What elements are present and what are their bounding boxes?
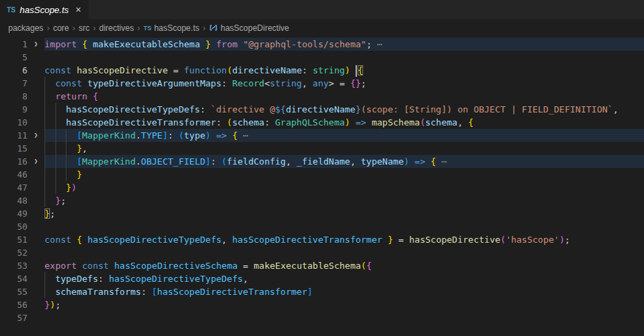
code-line[interactable]: 55schemaTransforms: [hasScopeDirectiveTr… [0,285,644,298]
breadcrumb-item-symbol[interactable]: hasScopeDirective [221,23,289,33]
code-content: const hasScopeDirective = function(direc… [45,64,644,77]
token: > = [329,78,350,88]
gutter-spacer [27,103,45,116]
token: ; [367,39,377,49]
token: ) [50,300,55,310]
code-line[interactable]: 10hasScopeDirectiveTransformer: (schema:… [0,116,644,129]
token: fieldConfig [227,156,286,167]
code-line[interactable]: 53export const hasScopeDirectiveSchema =… [0,259,644,272]
code-content: }, [45,142,644,155]
token: , [243,274,249,284]
code-line[interactable]: 51const { hasScopeDirectiveTypeDefs, has… [0,233,644,246]
gutter-spacer [27,259,45,272]
code-content: typeDefs: hasScopeDirectiveTypeDefs, [45,272,644,285]
token: { [358,65,363,75]
code-line[interactable]: 56}); [0,298,644,311]
token: = [238,261,253,271]
breadcrumb-item-directives[interactable]: directives [99,23,134,33]
indent-guide [45,142,55,155]
code-line[interactable]: 46} [0,168,644,181]
gutter-spacer [27,116,45,129]
code-line[interactable]: 6const hasScopeDirective = function(dire… [0,64,644,77]
token: ] [162,130,168,141]
gutter-spacer [27,298,45,311]
token: } [66,182,71,193]
token: ) [71,182,77,193]
line-number: 56 [0,298,27,311]
code-line[interactable]: 48}; [0,194,644,207]
chevron-right-icon: › [73,23,75,33]
code-line[interactable]: 15}, [0,142,644,155]
code-line[interactable]: 47}) [0,181,644,194]
indent-guide [55,168,66,181]
token: ; [55,300,61,310]
token: , [221,235,232,245]
code-line[interactable]: 16❯[MapperKind.OBJECT_FIELD]: (fieldConf… [0,155,644,168]
token: TYPE [141,130,162,141]
token: : [98,274,109,284]
token: ( [227,117,232,128]
code-editor[interactable]: 1❯import { makeExecutableSchema } from "… [0,36,644,336]
token: mapSchema [371,117,419,128]
close-tab-icon[interactable]: × [75,5,81,14]
token: => [211,130,232,141]
symbol-variable-icon [209,23,218,32]
code-line[interactable]: 57 [0,311,644,324]
indent-guide [66,129,77,142]
indent-guide [45,272,55,285]
gutter-spacer [27,90,45,103]
breadcrumb-item-file[interactable]: hasScope.ts [154,23,199,33]
token: { [367,261,372,271]
token: any [312,78,328,88]
token: ( [361,261,367,271]
indent-guide [45,103,55,116]
tab-filename: hasScope.ts [20,5,69,15]
code-line[interactable]: 54typeDefs: hasScopeDirectiveTypeDefs, [0,272,644,285]
token: , [458,117,469,128]
code-line[interactable]: 49}; [0,207,644,220]
token: } [45,300,50,310]
code-line[interactable]: 5 [0,51,644,64]
gutter-spacer [27,181,45,194]
token: } [45,208,50,219]
code-line[interactable]: 7const typeDirectiveArgumentMaps: Record… [0,77,644,90]
token: ${ [275,104,286,115]
code-content: return { [45,90,644,103]
fold-chevron-icon[interactable]: ❯ [27,38,45,51]
breadcrumb-item-core[interactable]: core [53,23,69,33]
token: hasScopeDirectiveTransformer [232,235,382,245]
indent-guide [45,168,55,181]
indent-guide [55,142,66,155]
token: , [302,78,313,88]
token: ⋯ [377,39,382,49]
code-line[interactable]: 11❯[MapperKind.TYPE]: (type) => { ⋯ [0,129,644,142]
fold-chevron-icon[interactable]: ❯ [27,129,45,142]
breadcrumb-item-src[interactable]: src [79,23,90,33]
token: : [264,117,275,128]
code-line[interactable]: 9hasScopeDirectiveTypeDefs: `directive @… [0,103,644,116]
indent-guide [66,142,77,155]
code-line[interactable]: 52 [0,246,644,259]
code-line[interactable]: 1❯import { makeExecutableSchema } from "… [0,38,644,51]
typescript-file-icon: TS [7,6,16,14]
token: hasScopeDirectiveTypeDefs [88,235,222,245]
indent-guide [55,103,66,116]
token: ( [227,65,232,75]
tab-hasScope[interactable]: TS hasScope.ts × [0,0,88,19]
gutter-spacer [27,77,45,90]
fold-chevron-icon[interactable]: ❯ [27,155,45,168]
token: } [77,169,82,180]
code-line[interactable]: 8return { [0,90,644,103]
code-line[interactable]: 50 [0,220,644,233]
code-content: [MapperKind.TYPE]: (type) => { ⋯ [45,129,644,142]
code-content: }) [45,181,644,194]
token: return [55,91,93,101]
token: { [92,91,98,101]
token: directiveName [286,104,356,115]
line-number: 16 [0,155,27,168]
token: typeName [361,156,404,167]
code-content: [MapperKind.OBJECT_FIELD]: (fieldConfig,… [45,155,644,168]
breadcrumb-item-packages[interactable]: packages [8,23,43,33]
token [350,65,356,75]
token: const [55,78,88,88]
